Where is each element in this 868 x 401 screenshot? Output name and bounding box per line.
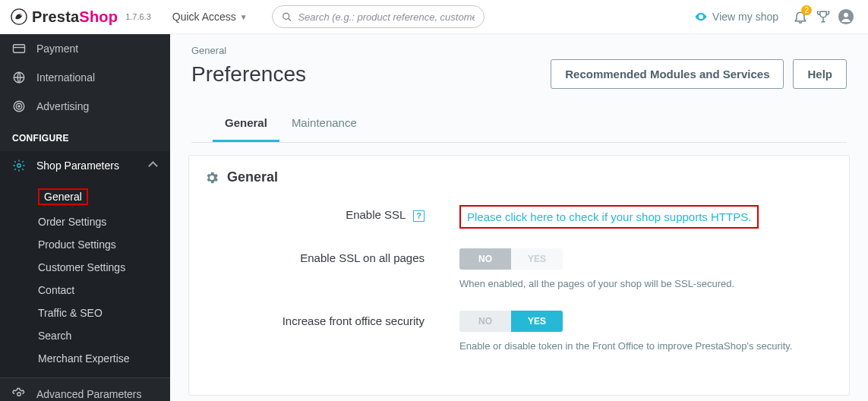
content-area: General Preferences Recommended Modules …	[170, 34, 868, 401]
submenu-label: Traffic & SEO	[38, 307, 103, 319]
tabs: General Maintenance	[191, 107, 847, 143]
account-button[interactable]	[835, 8, 857, 25]
view-shop-label: View my shop	[712, 11, 778, 23]
general-card: General Enable SSL ? Please click here t…	[188, 155, 850, 396]
row-enable-ssl: Enable SSL ? Please click here to check …	[204, 205, 834, 229]
svg-rect-7	[14, 45, 25, 53]
sidebar-item-international[interactable]: International	[0, 63, 170, 92]
eye-icon	[694, 10, 708, 24]
sidebar-heading-configure: CONFIGURE	[0, 121, 170, 151]
chevron-down-icon: ▼	[240, 13, 248, 21]
sidebar-item-payment[interactable]: Payment	[0, 34, 170, 63]
search-input[interactable]	[298, 11, 474, 23]
submenu-item-customer-settings[interactable]: Customer Settings	[0, 256, 170, 279]
sidebar-item-advanced-parameters[interactable]: Advanced Parameters	[0, 378, 170, 401]
sidebar-item-shop-parameters[interactable]: Shop Parameters	[0, 151, 170, 180]
version-label: 1.7.6.3	[125, 12, 151, 21]
recommended-modules-button[interactable]: Recommended Modules and Services	[551, 59, 784, 89]
submenu-label: Order Settings	[38, 216, 106, 228]
quick-access-label: Quick Access	[172, 11, 236, 23]
trophy-icon	[816, 9, 831, 24]
row-front-office-security: Increase front office security NO YES En…	[204, 311, 834, 353]
help-icon[interactable]: ?	[413, 210, 425, 222]
submenu-item-general[interactable]: General	[0, 183, 170, 210]
switch-yes[interactable]: YES	[511, 248, 563, 270]
sidebar-submenu: General Order Settings Product Settings …	[0, 180, 170, 377]
submenu-item-traffic-seo[interactable]: Traffic & SEO	[0, 302, 170, 324]
sidebar-item-advertising[interactable]: Advertising	[0, 92, 170, 121]
svg-point-12	[18, 106, 20, 107]
security-switch[interactable]: NO YES	[459, 311, 563, 332]
submenu-label: Customer Settings	[38, 261, 125, 273]
submenu-item-order-settings[interactable]: Order Settings	[0, 210, 170, 233]
credit-card-icon	[12, 42, 26, 55]
search-icon	[282, 11, 292, 23]
svg-point-4	[700, 16, 702, 18]
sidebar-label: Payment	[36, 43, 78, 55]
svg-point-1	[20, 14, 21, 15]
svg-point-6	[844, 13, 848, 17]
submenu-item-search[interactable]: Search	[0, 324, 170, 347]
field-label: Enable SSL on all pages	[300, 251, 425, 264]
notifications-button[interactable]: 2	[789, 9, 812, 24]
view-shop-link[interactable]: View my shop	[694, 10, 778, 24]
sidebar-label: International	[36, 71, 95, 84]
notification-badge: 2	[801, 5, 812, 15]
submenu-label: Product Settings	[38, 238, 116, 251]
tab-general[interactable]: General	[213, 107, 279, 142]
card-title: General	[227, 169, 278, 185]
sidebar-label: Advertising	[36, 100, 89, 112]
row-enable-ssl-all: Enable SSL on all pages NO YES When enab…	[204, 248, 834, 291]
check-https-link[interactable]: Please click here to check if your shop …	[459, 205, 759, 229]
submenu-label: Merchant Expertise	[38, 352, 130, 365]
switch-no[interactable]: NO	[459, 248, 511, 270]
switch-no[interactable]: NO	[459, 311, 511, 332]
submenu-item-contact[interactable]: Contact	[0, 279, 170, 302]
globe-icon	[12, 71, 26, 84]
field-label: Enable SSL	[346, 208, 406, 221]
gear-icon	[12, 387, 26, 401]
brand-name-part2: Shop	[79, 8, 118, 26]
brand-name-part1: Presta	[32, 8, 79, 26]
ssl-all-switch[interactable]: NO YES	[459, 248, 563, 270]
submenu-label: Contact	[38, 284, 74, 296]
bird-icon	[11, 8, 27, 25]
field-label: Increase front office security	[282, 314, 425, 327]
svg-point-13	[17, 164, 21, 168]
submenu-item-merchant-expertise[interactable]: Merchant Expertise	[0, 347, 170, 370]
quick-access-menu[interactable]: Quick Access ▼	[172, 11, 248, 23]
breadcrumb: General	[191, 45, 847, 56]
svg-point-2	[282, 13, 289, 19]
submenu-label: General	[38, 188, 88, 205]
sidebar-label: Shop Parameters	[36, 159, 119, 172]
tab-maintenance[interactable]: Maintenance	[279, 107, 369, 142]
target-icon	[12, 99, 26, 113]
sidebar: Payment International Advertising CONFIG…	[0, 34, 170, 401]
field-help: When enabled, all the pages of your shop…	[459, 277, 834, 291]
field-help: Enable or disable token in the Front Off…	[459, 339, 834, 353]
trophy-button[interactable]	[812, 9, 835, 24]
submenu-label: Search	[38, 330, 71, 342]
search-box[interactable]	[272, 5, 485, 28]
brand-logo: PrestaShop	[11, 8, 118, 26]
sidebar-label: Advanced Parameters	[36, 388, 142, 400]
gear-icon	[12, 159, 26, 172]
help-button[interactable]: Help	[793, 59, 847, 89]
switch-yes[interactable]: YES	[511, 311, 563, 332]
submenu-item-product-settings[interactable]: Product Settings	[0, 233, 170, 256]
gear-icon	[204, 170, 219, 185]
avatar-icon	[838, 8, 854, 25]
svg-line-3	[289, 18, 291, 21]
page-title: Preferences	[191, 62, 306, 87]
svg-point-14	[17, 393, 21, 396]
